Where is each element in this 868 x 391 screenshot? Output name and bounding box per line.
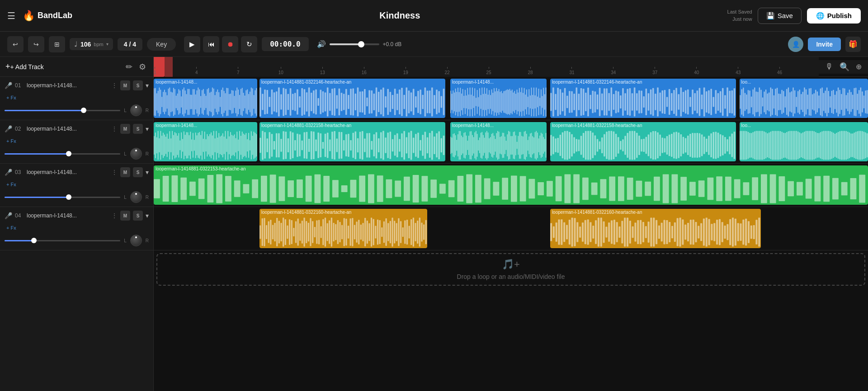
svg-rect-839 [502,178,508,199]
pencil-icon-button[interactable]: ✏ [124,60,134,74]
save-button[interactable]: 💾 Save [758,8,802,24]
key-control[interactable]: Key [147,38,176,51]
zoom-out-button[interactable]: 🔍 [838,60,851,74]
svg-rect-663 [604,134,605,157]
track-01-expand-button[interactable]: ▾ [146,82,149,89]
svg-rect-40 [206,96,207,108]
svg-rect-403 [158,131,159,160]
svg-rect-73 [248,94,249,110]
svg-rect-837 [484,179,491,199]
track-01-fx[interactable]: + Fx [5,95,149,100]
svg-rect-913 [329,220,330,244]
ruler-toolbar-right: 🎙 🔍 ⊕ [819,60,868,74]
track-04-expand-button[interactable]: ▾ [146,212,149,219]
svg-rect-885 [270,220,271,245]
audio-clip-c1c[interactable]: looperman-l-14148... [450,79,547,118]
svg-rect-716 [726,139,728,151]
track-02-fx[interactable]: + Fx [5,138,149,144]
mic-arm-button[interactable]: 🎙 [823,60,835,73]
audio-clip-c2d[interactable]: looperman-l-1414881-0322158-heartache-an [550,122,736,161]
track-03-pan-knob[interactable] [130,191,142,203]
svg-rect-1034 [745,219,747,245]
track-01-solo-button[interactable]: S [133,80,143,90]
track-04-menu-icon[interactable]: ⋮ [111,212,118,219]
track-04-fx[interactable]: + Fx [5,225,149,231]
track-02-mute-button[interactable]: M [120,124,130,134]
track-01-pan-knob[interactable] [130,104,142,116]
audio-clip-c2e[interactable]: loo... [740,122,868,161]
track-04-mute-button[interactable]: M [120,211,130,221]
track-04-volume-knob[interactable] [31,238,37,243]
gift-button[interactable]: 🎁 [845,37,861,52]
track-03-solo-button[interactable]: S [133,167,143,177]
track-01-menu-icon[interactable]: ⋮ [111,82,118,89]
volume-knob[interactable] [358,41,364,47]
bpm-control[interactable]: ♩ 106 bpm ▾ [70,38,113,50]
svg-rect-650 [573,137,575,154]
svg-rect-135 [387,89,389,115]
track-01-mute-button[interactable]: M [120,80,130,90]
zoom-in-button[interactable]: ⊕ [854,61,863,73]
track-02-solo-button[interactable]: S [133,124,143,134]
skip-back-button[interactable]: ⏮ [203,36,219,52]
track-03-expand-button[interactable]: ▾ [146,169,149,176]
ruler[interactable]: 1471013161922252831343740434649 [154,57,819,77]
svg-rect-797 [863,132,864,159]
svg-rect-924 [352,218,353,246]
menu-icon[interactable]: ☰ [7,10,15,21]
track-02-volume-slider[interactable] [5,153,120,155]
svg-rect-165 [456,92,457,112]
track-03-mute-button[interactable]: M [120,167,130,177]
svg-rect-137 [392,95,394,109]
track-03-fx[interactable]: + Fx [5,182,149,187]
track-02-pan-knob[interactable] [130,148,142,160]
audio-clip-c4b[interactable]: looperman-l-1414881-0322160-heartache-an [550,209,761,248]
audio-clip-c1b[interactable]: looperman-l-1414881-0322146-heartache-an [259,79,445,118]
track-list: + + Add Track ✏ ⚙ 🎤 01 looperman-l-14148… [0,57,154,391]
audio-clip-c1e[interactable]: loo... [740,79,868,118]
redo-button[interactable]: ↪ [28,36,44,52]
svg-rect-149 [420,90,421,114]
drop-zone[interactable]: 🎵+ Drop a loop or an audio/MIDI/video fi… [156,253,865,286]
svg-rect-434 [198,133,198,158]
track-03-menu-icon[interactable]: ⋮ [111,169,118,176]
invite-button[interactable]: Invite [808,38,841,51]
undo-button[interactable]: ↩ [7,36,24,52]
svg-rect-170 [462,89,463,115]
mixer-icon-button[interactable]: ⚙ [137,60,148,74]
audio-clip-c2b[interactable]: looperman-l-1414881-0322158-heartache-an [259,122,445,161]
publish-button[interactable]: 🌐 Publish [807,8,861,24]
time-signature[interactable]: 4 / 4 [118,38,142,51]
audio-clip-c4a[interactable]: looperman-l-1414881-0322160-heartache-an [259,209,427,248]
svg-rect-635 [541,132,542,158]
track-02-expand-button[interactable]: ▾ [146,125,149,132]
svg-rect-571 [463,133,464,158]
audio-clip-c1d[interactable]: looperman-l-1414881-0322146-heartache-an [550,79,736,118]
track-02-volume-knob[interactable] [66,151,71,156]
project-title[interactable]: Kindness [78,10,722,21]
play-button[interactable]: ▶ [184,36,200,52]
record-button[interactable]: ⏺ [222,36,238,52]
track-04-solo-button[interactable]: S [133,211,143,221]
track-04-pan-knob[interactable] [130,235,142,246]
track-02-menu-icon[interactable]: ⋮ [111,125,118,132]
track-03-volume-slider[interactable] [5,197,120,198]
volume-slider[interactable] [330,43,379,45]
user-avatar[interactable]: 👤 [788,37,803,52]
save-state-button[interactable]: ⊞ [49,36,65,52]
track-04-volume-slider[interactable] [5,240,120,241]
audio-clip-c2a[interactable]: looperman-l-14148... [154,122,257,161]
audio-clip-c1a[interactable]: looperman-l-14148... [154,79,257,118]
track-01-volume-slider[interactable] [5,110,120,111]
add-track-button[interactable]: + + Add Track [5,62,44,71]
track-01-volume-knob[interactable] [81,108,86,113]
audio-clip-c3a[interactable]: looperman-l-1414881-0322153-heartache-an [154,165,868,205]
svg-rect-956 [419,218,420,247]
audio-clip-c2c[interactable]: looperman-l-14148... [450,122,547,161]
svg-rect-1016 [698,226,699,238]
svg-rect-962 [556,222,557,242]
svg-rect-958 [423,225,425,240]
loop-button[interactable]: ↻ [241,36,257,52]
svg-rect-802 [172,175,178,202]
track-03-volume-knob[interactable] [66,194,71,200]
